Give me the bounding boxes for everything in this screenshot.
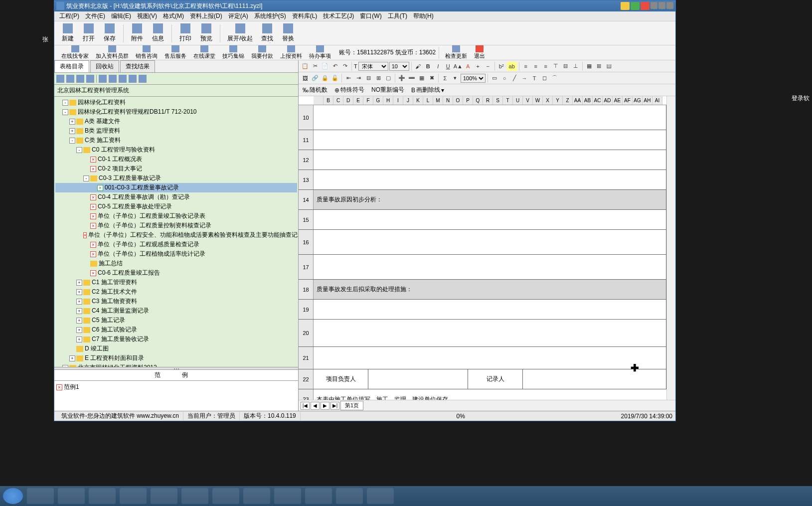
ruler-icon[interactable]: ▦ bbox=[585, 62, 594, 71]
zoom-select[interactable]: 100% bbox=[461, 74, 486, 83]
toolbar2-技巧集锦[interactable]: 技巧集锦 bbox=[219, 45, 247, 60]
tree-toggle[interactable]: + bbox=[69, 119, 75, 125]
row-header[interactable]: 11 bbox=[299, 130, 314, 150]
col-header[interactable]: N bbox=[443, 96, 453, 105]
plus-icon[interactable]: + bbox=[474, 62, 483, 71]
last-page-btn[interactable]: ▶| bbox=[330, 402, 339, 410]
tree-node[interactable]: +C5 施工记录 bbox=[55, 316, 297, 325]
toolbar-打印[interactable]: 打印 bbox=[176, 22, 195, 44]
tree-tool-7[interactable] bbox=[119, 75, 127, 83]
col-header[interactable]: Q bbox=[473, 96, 483, 105]
menu-item[interactable]: 系统维护(S) bbox=[251, 11, 289, 21]
tree-toggle[interactable]: + bbox=[69, 128, 75, 134]
menu-item[interactable]: 资料上报(D) bbox=[187, 11, 225, 21]
font-grow-icon[interactable]: A▲ bbox=[454, 62, 463, 71]
tree-tool-3[interactable] bbox=[76, 75, 84, 83]
grid-icon[interactable]: ⊞ bbox=[595, 62, 604, 71]
shape-callout-icon[interactable]: ◻ bbox=[540, 74, 549, 83]
tree-toggle[interactable]: + bbox=[76, 337, 82, 342]
grid-cell[interactable]: 项目负责人 bbox=[314, 369, 368, 389]
undo-icon[interactable]: ↶ bbox=[330, 62, 339, 71]
mdi-restore-button[interactable] bbox=[658, 2, 665, 9]
tree-node[interactable]: +C6 施工试验记录 bbox=[55, 325, 297, 335]
format-painter-icon[interactable]: 🖌 bbox=[414, 62, 423, 71]
grid-cell[interactable] bbox=[314, 300, 666, 319]
row-header[interactable]: 18 bbox=[299, 280, 314, 299]
tree-tool-4[interactable] bbox=[86, 75, 94, 83]
strikethrough-btn[interactable]: B画删除线▾ bbox=[409, 85, 446, 95]
menu-item[interactable]: 视图(V) bbox=[134, 11, 160, 21]
tree-node[interactable]: ×单位（子单位）工程植物成活率统计记录 bbox=[55, 249, 297, 259]
toolbar2-售后服务[interactable]: 售后服务 bbox=[162, 45, 189, 60]
tree-toggle[interactable]: - bbox=[69, 138, 75, 144]
toolbar-预览[interactable]: 预览 bbox=[197, 22, 216, 44]
clear-icon[interactable]: ✖ bbox=[427, 74, 436, 83]
grid-cell[interactable] bbox=[314, 150, 666, 169]
col-header[interactable]: J bbox=[403, 96, 413, 105]
row-header[interactable]: 17 bbox=[299, 255, 314, 279]
row-header[interactable]: 19 bbox=[299, 300, 314, 319]
menu-item[interactable]: 编辑(E) bbox=[108, 11, 134, 21]
superscript-icon[interactable]: b² bbox=[497, 62, 506, 71]
tree-node[interactable]: D 竣工图 bbox=[55, 344, 297, 353]
toolbar2-在线课堂[interactable]: 在线课堂 bbox=[190, 45, 218, 60]
vertical-scrollbar[interactable] bbox=[666, 96, 675, 400]
row-header[interactable]: 12 bbox=[299, 150, 314, 169]
col-header[interactable]: M bbox=[433, 96, 443, 105]
mdi-min-button[interactable] bbox=[650, 2, 657, 9]
menu-item[interactable]: 工程(P) bbox=[56, 11, 82, 21]
grid-cell[interactable]: 质量事故发生后拟采取的处理措施： bbox=[314, 280, 666, 299]
splitter-horizontal[interactable] bbox=[54, 367, 298, 370]
grid-cell[interactable] bbox=[314, 105, 666, 130]
row-header[interactable]: 14 bbox=[299, 190, 314, 209]
task-item[interactable] bbox=[151, 488, 177, 504]
toolbar-打开[interactable]: 打开 bbox=[79, 22, 98, 44]
bold-icon[interactable]: B bbox=[424, 62, 433, 71]
indent-inc-icon[interactable]: ⇥ bbox=[354, 74, 363, 83]
toolbar2-加入资料员群[interactable]: 加入资料员群 bbox=[93, 45, 132, 60]
cut-icon[interactable]: ✂ bbox=[311, 62, 320, 71]
lock-icon[interactable]: 🔒 bbox=[321, 74, 329, 83]
tree-node[interactable]: ×C0-1 工程概况表 bbox=[55, 155, 297, 164]
col-header[interactable]: E bbox=[353, 96, 363, 105]
tree-node[interactable]: ×C0-2 项目大事记 bbox=[55, 164, 297, 173]
col-header[interactable]: D bbox=[343, 96, 353, 105]
toolbar2-待办事项[interactable]: 待办事项 bbox=[306, 45, 334, 60]
row-header[interactable]: 16 bbox=[299, 230, 314, 254]
col-header[interactable]: S bbox=[493, 96, 503, 105]
tree-node[interactable]: ×001-C0-3 工程质量事故记录 bbox=[55, 183, 297, 192]
toolbar2-我要付款[interactable]: 我要付款 bbox=[248, 45, 276, 60]
align-right-icon[interactable]: ≡ bbox=[541, 62, 550, 71]
toolbar2-上报资料[interactable]: 上报资料 bbox=[277, 45, 305, 60]
toolbar2-退出[interactable]: 退出 bbox=[471, 45, 488, 60]
col-header[interactable]: T bbox=[503, 96, 513, 105]
col-header[interactable]: C bbox=[333, 96, 343, 105]
menu-item[interactable]: 窗口(W) bbox=[357, 11, 384, 21]
italic-icon[interactable]: I bbox=[434, 62, 443, 71]
toolbar2-销售咨询[interactable]: 销售咨询 bbox=[133, 45, 161, 60]
tree-tool-9[interactable] bbox=[139, 75, 147, 83]
tree-node[interactable]: ×单位（子单位）工程质量控制资料核查记录 bbox=[55, 221, 297, 230]
grid-cell[interactable] bbox=[314, 255, 666, 279]
tree-toggle[interactable]: + bbox=[76, 327, 82, 333]
tree-node[interactable]: -园林绿化工程资料管理规程DB11/T 712-2010 bbox=[55, 107, 297, 117]
sum-icon[interactable]: Σ bbox=[441, 74, 450, 83]
task-item[interactable] bbox=[243, 488, 270, 504]
clip-icon[interactable]: 🔗 bbox=[311, 74, 320, 83]
tree-toggle[interactable]: - bbox=[76, 147, 82, 153]
menu-item[interactable]: 文件(E) bbox=[82, 11, 108, 21]
task-item[interactable] bbox=[305, 488, 332, 504]
tree-node[interactable]: -C0-3 工程质量事故记录 bbox=[55, 173, 297, 183]
col-header[interactable]: H bbox=[383, 96, 393, 105]
tree-node[interactable]: +C4 施工测量监测记录 bbox=[55, 306, 297, 316]
task-item[interactable] bbox=[120, 488, 147, 504]
align-left-icon[interactable]: ≡ bbox=[521, 62, 530, 71]
tree-node[interactable]: +B类 监理资料 bbox=[55, 126, 297, 136]
shape-rect-icon[interactable]: ▭ bbox=[490, 74, 499, 83]
grid-cell[interactable]: 记录人 bbox=[468, 369, 523, 389]
tree-tool-8[interactable] bbox=[129, 75, 137, 83]
tree-node[interactable]: -园林绿化工程资料 bbox=[55, 98, 297, 107]
border-icon[interactable]: ▢ bbox=[384, 74, 393, 83]
toolbar-信息[interactable]: 信息 bbox=[149, 22, 167, 44]
task-item[interactable] bbox=[274, 488, 301, 504]
